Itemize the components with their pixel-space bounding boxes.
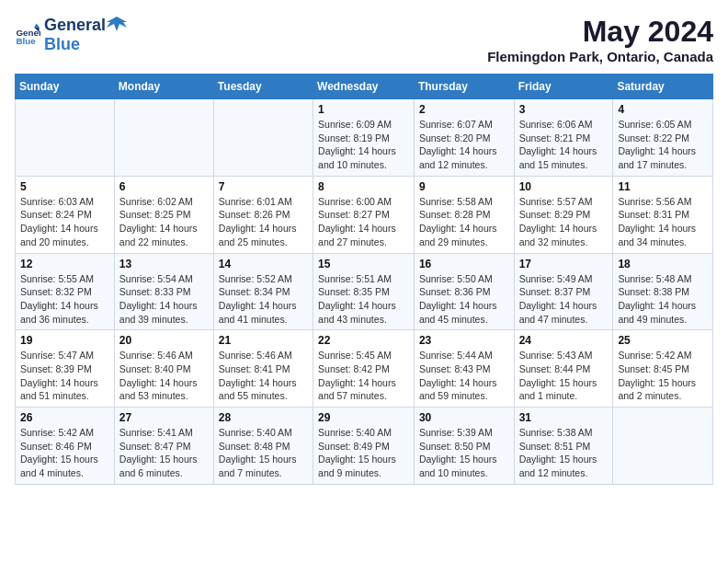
day-info: Sunrise: 5:40 AM Sunset: 8:48 PM Dayligh…	[219, 426, 308, 480]
day-number: 19	[20, 334, 109, 347]
calendar-cell: 31Sunrise: 5:38 AM Sunset: 8:51 PM Dayli…	[514, 408, 613, 485]
weekday-header-thursday: Thursday	[414, 75, 514, 99]
calendar-cell: 30Sunrise: 5:39 AM Sunset: 8:50 PM Dayli…	[414, 408, 514, 485]
calendar-cell: 15Sunrise: 5:51 AM Sunset: 8:35 PM Dayli…	[313, 253, 415, 330]
calendar-week-1: 1Sunrise: 6:09 AM Sunset: 8:19 PM Daylig…	[16, 99, 713, 177]
day-info: Sunrise: 5:48 AM Sunset: 8:38 PM Dayligh…	[618, 272, 708, 327]
day-number: 11	[618, 180, 708, 193]
day-info: Sunrise: 5:38 AM Sunset: 8:51 PM Dayligh…	[519, 426, 609, 480]
day-number: 22	[318, 334, 409, 347]
calendar-cell	[213, 99, 313, 177]
calendar-cell: 11Sunrise: 5:56 AM Sunset: 8:31 PM Dayli…	[613, 176, 713, 253]
day-info: Sunrise: 5:40 AM Sunset: 8:49 PM Dayligh…	[318, 426, 409, 480]
day-number: 2	[419, 103, 509, 116]
calendar-cell: 16Sunrise: 5:50 AM Sunset: 8:36 PM Dayli…	[414, 253, 514, 330]
calendar-cell: 2Sunrise: 6:07 AM Sunset: 8:20 PM Daylig…	[414, 99, 514, 177]
day-number: 10	[519, 180, 609, 193]
calendar-week-3: 12Sunrise: 5:55 AM Sunset: 8:32 PM Dayli…	[16, 253, 713, 330]
day-info: Sunrise: 5:41 AM Sunset: 8:47 PM Dayligh…	[119, 426, 209, 480]
weekday-header-sunday: Sunday	[16, 75, 115, 99]
day-info: Sunrise: 5:51 AM Sunset: 8:35 PM Dayligh…	[318, 272, 409, 327]
day-number: 17	[519, 258, 609, 270]
calendar-cell: 8Sunrise: 6:00 AM Sunset: 8:27 PM Daylig…	[313, 176, 415, 253]
day-number: 27	[119, 411, 209, 424]
weekday-header-friday: Friday	[514, 75, 613, 99]
day-info: Sunrise: 5:54 AM Sunset: 8:33 PM Dayligh…	[119, 272, 209, 327]
day-number: 6	[119, 180, 209, 193]
day-info: Sunrise: 6:01 AM Sunset: 8:26 PM Dayligh…	[219, 195, 308, 249]
calendar-cell: 24Sunrise: 5:43 AM Sunset: 8:44 PM Dayli…	[514, 330, 613, 408]
calendar-cell: 27Sunrise: 5:41 AM Sunset: 8:47 PM Dayli…	[114, 408, 213, 485]
calendar-cell: 12Sunrise: 5:55 AM Sunset: 8:32 PM Dayli…	[16, 253, 115, 330]
day-number: 30	[419, 411, 509, 424]
day-info: Sunrise: 5:44 AM Sunset: 8:43 PM Dayligh…	[419, 349, 509, 403]
calendar-cell: 3Sunrise: 6:06 AM Sunset: 8:21 PM Daylig…	[514, 99, 613, 177]
day-info: Sunrise: 5:49 AM Sunset: 8:37 PM Dayligh…	[519, 272, 609, 327]
calendar-table: SundayMondayTuesdayWednesdayThursdayFrid…	[15, 74, 713, 485]
calendar-cell: 19Sunrise: 5:47 AM Sunset: 8:39 PM Dayli…	[16, 330, 115, 408]
weekday-header-monday: Monday	[114, 75, 213, 99]
day-info: Sunrise: 5:56 AM Sunset: 8:31 PM Dayligh…	[618, 195, 708, 249]
day-number: 18	[618, 258, 708, 270]
day-info: Sunrise: 5:46 AM Sunset: 8:40 PM Dayligh…	[119, 349, 209, 403]
calendar-cell: 5Sunrise: 6:03 AM Sunset: 8:24 PM Daylig…	[16, 176, 115, 253]
day-number: 23	[419, 334, 509, 347]
calendar-cell: 4Sunrise: 6:05 AM Sunset: 8:22 PM Daylig…	[613, 99, 713, 177]
day-number: 15	[318, 258, 409, 270]
day-info: Sunrise: 6:03 AM Sunset: 8:24 PM Dayligh…	[20, 195, 109, 249]
day-info: Sunrise: 6:05 AM Sunset: 8:22 PM Dayligh…	[618, 118, 708, 172]
calendar-cell: 23Sunrise: 5:44 AM Sunset: 8:43 PM Dayli…	[414, 330, 514, 408]
day-info: Sunrise: 5:52 AM Sunset: 8:34 PM Dayligh…	[219, 272, 308, 327]
calendar-cell: 28Sunrise: 5:40 AM Sunset: 8:48 PM Dayli…	[213, 408, 313, 485]
calendar-cell: 17Sunrise: 5:49 AM Sunset: 8:37 PM Dayli…	[514, 253, 613, 330]
calendar-title: May 2024	[487, 15, 713, 49]
day-number: 21	[219, 334, 308, 347]
day-number: 13	[119, 258, 209, 270]
calendar-cell: 21Sunrise: 5:46 AM Sunset: 8:41 PM Dayli…	[213, 330, 313, 408]
calendar-subtitle: Flemingdon Park, Ontario, Canada	[487, 49, 713, 64]
day-info: Sunrise: 5:42 AM Sunset: 8:45 PM Dayligh…	[618, 349, 708, 403]
day-info: Sunrise: 6:07 AM Sunset: 8:20 PM Dayligh…	[419, 118, 509, 172]
day-number: 31	[519, 411, 609, 424]
day-info: Sunrise: 6:09 AM Sunset: 8:19 PM Dayligh…	[318, 118, 409, 172]
day-number: 20	[119, 334, 209, 347]
calendar-cell: 10Sunrise: 5:57 AM Sunset: 8:29 PM Dayli…	[514, 176, 613, 253]
calendar-cell: 29Sunrise: 5:40 AM Sunset: 8:49 PM Dayli…	[313, 408, 415, 485]
day-number: 16	[419, 258, 509, 270]
day-number: 1	[318, 103, 409, 116]
calendar-cell: 18Sunrise: 5:48 AM Sunset: 8:38 PM Dayli…	[613, 253, 713, 330]
day-info: Sunrise: 5:39 AM Sunset: 8:50 PM Dayligh…	[419, 426, 509, 480]
day-info: Sunrise: 5:50 AM Sunset: 8:36 PM Dayligh…	[419, 272, 509, 327]
calendar-cell	[613, 408, 713, 485]
day-info: Sunrise: 5:42 AM Sunset: 8:46 PM Dayligh…	[20, 426, 109, 480]
day-info: Sunrise: 5:46 AM Sunset: 8:41 PM Dayligh…	[219, 349, 308, 403]
day-info: Sunrise: 6:06 AM Sunset: 8:21 PM Dayligh…	[519, 118, 609, 172]
day-info: Sunrise: 5:47 AM Sunset: 8:39 PM Dayligh…	[20, 349, 109, 403]
logo-icon: General Blue	[15, 22, 40, 48]
day-info: Sunrise: 5:58 AM Sunset: 8:28 PM Dayligh…	[419, 195, 509, 249]
logo-general-text: General	[44, 16, 106, 35]
logo: General Blue General Blue	[15, 15, 128, 54]
day-number: 14	[219, 258, 308, 270]
title-block: May 2024 Flemingdon Park, Ontario, Canad…	[487, 15, 713, 64]
day-info: Sunrise: 5:57 AM Sunset: 8:29 PM Dayligh…	[519, 195, 609, 249]
day-info: Sunrise: 5:45 AM Sunset: 8:42 PM Dayligh…	[318, 349, 409, 403]
day-number: 4	[618, 103, 708, 116]
day-number: 12	[20, 258, 109, 270]
weekday-header-saturday: Saturday	[613, 75, 713, 99]
day-number: 24	[519, 334, 609, 347]
calendar-cell: 7Sunrise: 6:01 AM Sunset: 8:26 PM Daylig…	[213, 176, 313, 253]
day-info: Sunrise: 5:55 AM Sunset: 8:32 PM Dayligh…	[20, 272, 109, 327]
calendar-cell: 26Sunrise: 5:42 AM Sunset: 8:46 PM Dayli…	[16, 408, 115, 485]
calendar-cell: 9Sunrise: 5:58 AM Sunset: 8:28 PM Daylig…	[414, 176, 514, 253]
calendar-cell: 1Sunrise: 6:09 AM Sunset: 8:19 PM Daylig…	[313, 99, 415, 177]
day-number: 8	[318, 180, 409, 193]
weekday-header-tuesday: Tuesday	[213, 75, 313, 99]
calendar-cell: 25Sunrise: 5:42 AM Sunset: 8:45 PM Dayli…	[613, 330, 713, 408]
svg-marker-2	[34, 23, 40, 27]
calendar-cell	[114, 99, 213, 177]
page-header: General Blue General Blue May 2024 Flemi…	[15, 15, 713, 64]
calendar-cell: 6Sunrise: 6:02 AM Sunset: 8:25 PM Daylig…	[114, 176, 213, 253]
calendar-cell: 13Sunrise: 5:54 AM Sunset: 8:33 PM Dayli…	[114, 253, 213, 330]
logo-bird-icon	[107, 15, 127, 35]
